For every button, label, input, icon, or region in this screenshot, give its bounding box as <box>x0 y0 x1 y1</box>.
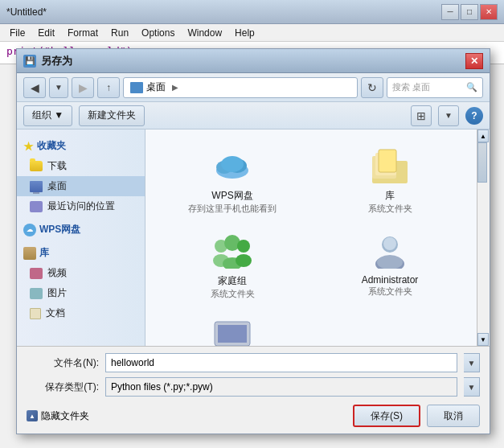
file-grid: WPS网盘 存到这里手机也能看到 库 <box>145 129 477 346</box>
hide-icon: ▲ <box>27 410 38 421</box>
menu-format[interactable]: Format <box>61 26 104 40</box>
menu-file[interactable]: File <box>3 26 31 40</box>
menu-help[interactable]: Help <box>228 26 261 40</box>
bottom-form: 文件名(N): ▼ 保存类型(T): ▼ ▲ 隐藏文件夹 保存(S) 取消 <box>17 346 490 434</box>
wps-section: ☁ WPS网盘 <box>17 220 145 240</box>
sidebar-item-desktop[interactable]: 桌面 <box>17 176 145 196</box>
filetype-input[interactable] <box>105 377 457 397</box>
svg-point-3 <box>221 156 244 172</box>
file-item-computer[interactable]: 计算机 <box>154 308 311 346</box>
sidebar-item-video[interactable]: 视频 <box>17 263 145 283</box>
sidebar-item-document[interactable]: 文档 <box>17 303 145 323</box>
file-item-admin[interactable]: Administrator 系统文件夹 <box>311 223 469 308</box>
document-icon <box>30 308 41 319</box>
admin-type: 系统文件夹 <box>368 286 412 298</box>
dialog-icon: 💾 <box>23 55 36 68</box>
vertical-scrollbar[interactable]: ▲ ▼ <box>477 129 490 346</box>
hide-folders-button[interactable]: ▲ 隐藏文件夹 <box>27 409 89 423</box>
wps-header: ☁ WPS网盘 <box>17 220 145 240</box>
svg-rect-19 <box>218 325 247 343</box>
title-bar-buttons: ─ □ ✕ <box>441 4 498 20</box>
library-section: 库 视频 图片 文档 <box>17 243 145 323</box>
file-item-wps-cloud[interactable]: WPS网盘 存到这里手机也能看到 <box>154 138 311 223</box>
close-button[interactable]: ✕ <box>480 4 498 20</box>
scroll-up-button[interactable]: ▲ <box>477 129 489 142</box>
svg-point-13 <box>236 254 252 267</box>
organize-button[interactable]: 组织 ▼ <box>23 105 72 126</box>
library-header: 库 <box>17 243 145 263</box>
filetype-dropdown[interactable]: ▼ <box>464 377 480 397</box>
wps-cloud-subtitle: 存到这里手机也能看到 <box>188 203 277 215</box>
svg-point-16 <box>383 237 396 250</box>
new-folder-button[interactable]: 新建文件夹 <box>79 105 145 126</box>
admin-file-icon <box>364 231 416 271</box>
search-icon: 🔍 <box>466 82 477 92</box>
wps-cloud-icon: ☁ <box>23 224 36 236</box>
favorites-section: ★ 收藏夹 下载 桌面 最近访问的位置 <box>17 136 145 216</box>
title-bar: *Untitled* ─ □ ✕ <box>0 0 504 24</box>
sidebar-item-recent[interactable]: 最近访问的位置 <box>17 196 145 216</box>
recent-icon <box>30 201 43 212</box>
folder-icon <box>30 161 43 171</box>
filename-input[interactable] <box>105 353 457 372</box>
admin-name: Administrator <box>362 274 419 286</box>
location-text: 桌面 <box>146 80 166 94</box>
view-button[interactable]: ⊞ <box>411 105 432 126</box>
back-dropdown[interactable]: ▼ <box>49 77 68 98</box>
dialog-toolbar: 组织 ▼ 新建文件夹 ⊞ ▼ ? <box>17 102 490 129</box>
computer-file-icon <box>207 316 258 346</box>
scroll-down-button[interactable]: ▼ <box>477 333 489 346</box>
file-item-homegroup[interactable]: 家庭组 系统文件夹 <box>154 223 311 308</box>
file-area-wrapper: WPS网盘 存到这里手机也能看到 库 <box>145 129 490 346</box>
content-area: ★ 收藏夹 下载 桌面 最近访问的位置 <box>17 129 490 346</box>
library-file-icon <box>364 146 416 186</box>
menu-bar: File Edit Format Run Options Window Help <box>0 24 504 42</box>
video-icon <box>30 268 43 279</box>
filetype-row: 保存类型(T): ▼ <box>27 377 480 397</box>
location-bar[interactable]: 桌面 ▶ <box>123 77 358 98</box>
menu-run[interactable]: Run <box>104 26 135 40</box>
dialog-title-bar: 💾 另存为 ✕ <box>17 49 490 73</box>
homegroup-name: 家庭组 <box>218 274 247 288</box>
menu-edit[interactable]: Edit <box>31 26 61 40</box>
dialog-close-button[interactable]: ✕ <box>465 53 483 69</box>
nav-bar: ◀ ▼ ▶ ↑ 桌面 ▶ ↻ 搜索 桌面 🔍 <box>17 73 490 102</box>
search-box[interactable]: 搜索 桌面 🔍 <box>387 77 483 98</box>
menu-window[interactable]: Window <box>181 26 228 40</box>
view-dropdown[interactable]: ▼ <box>438 105 459 126</box>
button-row: ▲ 隐藏文件夹 保存(S) 取消 <box>27 401 480 427</box>
forward-button[interactable]: ▶ <box>72 77 94 98</box>
new-folder-label: 新建文件夹 <box>88 109 136 122</box>
location-arrow: ▶ <box>172 83 178 92</box>
organize-label: 组织 ▼ <box>32 109 64 122</box>
up-button[interactable]: ↑ <box>97 77 120 98</box>
desktop-icon <box>30 181 43 192</box>
window-title: *Untitled* <box>6 6 441 18</box>
save-button[interactable]: 保存(S) <box>353 405 420 427</box>
maximize-button[interactable]: □ <box>461 4 478 20</box>
sidebar-item-download[interactable]: 下载 <box>17 156 145 176</box>
hide-folders-label: 隐藏文件夹 <box>41 409 89 423</box>
wps-cloud-file-icon <box>207 146 258 186</box>
location-folder-icon <box>130 82 143 93</box>
sidebar: ★ 收藏夹 下载 桌面 最近访问的位置 <box>17 129 145 346</box>
filename-dropdown[interactable]: ▼ <box>464 353 480 372</box>
cancel-button[interactable]: 取消 <box>427 405 480 427</box>
svg-point-17 <box>377 255 403 269</box>
wps-cloud-name: WPS网盘 <box>211 189 252 203</box>
menu-options[interactable]: Options <box>135 26 181 40</box>
picture-icon <box>30 288 43 299</box>
filetype-label: 保存类型(T): <box>27 380 99 394</box>
dialog-title: 另存为 <box>41 54 465 68</box>
help-button[interactable]: ? <box>465 107 483 125</box>
library-name: 库 <box>385 189 395 203</box>
file-item-library[interactable]: 库 系统文件夹 <box>311 138 469 223</box>
homegroup-type: 系统文件夹 <box>211 288 255 300</box>
refresh-button[interactable]: ↻ <box>361 77 383 98</box>
back-button[interactable]: ◀ <box>23 77 46 98</box>
sidebar-item-picture[interactable]: 图片 <box>17 283 145 303</box>
minimize-button[interactable]: ─ <box>441 4 459 20</box>
scroll-thumb[interactable] <box>477 142 487 183</box>
filename-row: 文件名(N): ▼ <box>27 353 480 372</box>
svg-point-10 <box>237 240 250 253</box>
